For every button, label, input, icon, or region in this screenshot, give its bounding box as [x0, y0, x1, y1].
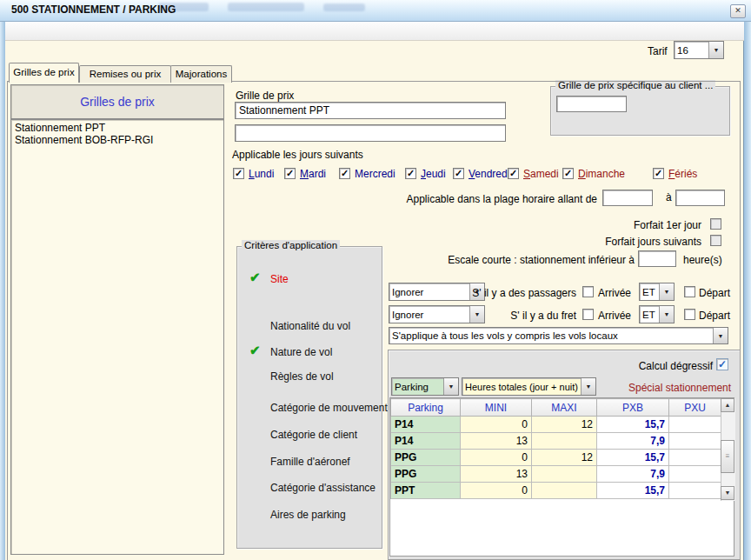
scrollbar-thumb[interactable]: ≡: [721, 440, 734, 473]
cell-pxb[interactable]: 7,9: [597, 433, 669, 450]
chevron-down-icon[interactable]: ▼: [581, 378, 595, 395]
col-header-mini[interactable]: MINI: [461, 399, 532, 417]
grilles-list[interactable]: Stationnement PPT Stationnement BOB-RFP-…: [10, 119, 224, 555]
cell-mini[interactable]: 13: [461, 433, 532, 450]
cell-maxi[interactable]: [532, 466, 597, 483]
cell-mini[interactable]: 0: [461, 483, 532, 499]
tarif-select[interactable]: 16 ▼: [674, 41, 724, 59]
cell-mini[interactable]: 0: [461, 417, 532, 433]
criteria-regles-de-vol[interactable]: Règles de vol: [270, 370, 334, 383]
criteria-nature-de-vol[interactable]: Nature de vol: [270, 346, 332, 358]
cell-maxi[interactable]: [532, 433, 597, 450]
list-item[interactable]: Stationnement BOB-RFP-RGI: [11, 134, 223, 146]
col-header-pxu[interactable]: PXU: [669, 399, 721, 417]
criteria-categorie-assistance[interactable]: Catégorie d'assistance: [270, 482, 376, 494]
tab-remises-ou-prix-nets[interactable]: Remises ou prix nets: [79, 65, 171, 83]
chevron-down-icon[interactable]: ▼: [443, 378, 458, 395]
nature-check-icon: ✔: [249, 344, 261, 357]
cell-pxb[interactable]: 15,7: [597, 450, 669, 466]
table-header-row: Parking MINI MAXI PXB PXU: [391, 399, 721, 417]
table-row: PPT 0 15,7: [391, 483, 721, 499]
col-header-pxb[interactable]: PXB: [597, 399, 669, 417]
cell-parking[interactable]: PPG: [391, 466, 461, 483]
grilles-list-header: Grilles de prix: [10, 84, 224, 119]
cell-pxu[interactable]: [669, 466, 721, 483]
background-window-artifact: [228, 3, 304, 11]
tab-majorations[interactable]: Majorations: [170, 65, 232, 83]
criteria-categorie-client[interactable]: Catégorie de client: [270, 429, 357, 441]
cell-pxb[interactable]: 15,7: [597, 417, 669, 433]
cell-pxb[interactable]: 7,9: [597, 466, 669, 483]
chevron-down-icon[interactable]: ▼: [708, 42, 723, 58]
table-row: PPG 13 7,9: [391, 466, 721, 483]
site-check-icon: ✔: [249, 271, 261, 283]
table-row: P14 0 12 15,7: [391, 417, 721, 433]
window-title: 500 STATIONNEMENT / PARKING: [11, 3, 176, 16]
cell-pxu[interactable]: [669, 483, 721, 499]
cell-parking[interactable]: PPT: [391, 483, 461, 499]
criteria-aires-de-parking[interactable]: Aires de parking: [270, 509, 346, 521]
special-stationnement-label: Spécial stationnement: [628, 382, 731, 394]
cell-mini[interactable]: 0: [461, 450, 532, 466]
criteria-site[interactable]: Site: [270, 273, 289, 285]
tarif-label: Tarif: [648, 45, 668, 57]
criteria-categorie-mouvement[interactable]: Catégorie de mouvement: [270, 402, 388, 414]
cell-parking[interactable]: P14: [391, 433, 461, 450]
cell-parking[interactable]: P14: [391, 417, 461, 433]
list-item[interactable]: Stationnement PPT: [11, 122, 223, 134]
cell-maxi[interactable]: 12: [532, 417, 597, 433]
window-frame-left: [0, 21, 5, 560]
menu-bar: [5, 22, 744, 41]
cell-pxb[interactable]: 15,7: [597, 483, 669, 499]
table-row: P14 13 7,9: [391, 433, 721, 450]
cell-maxi[interactable]: 12: [532, 450, 597, 466]
cell-pxu[interactable]: [669, 433, 721, 450]
scroll-down-icon[interactable]: ▼: [721, 486, 734, 500]
title-bar[interactable]: 500 STATIONNEMENT / PARKING: [0, 0, 751, 22]
criteria-famille-aeronef[interactable]: Famille d'aéronef: [270, 456, 350, 468]
tab-grilles-de-prix[interactable]: Grilles de prix: [9, 63, 79, 83]
criteria-nationalite[interactable]: Nationalité du vol: [270, 320, 350, 332]
window-frame-right: [743, 21, 751, 560]
background-window-artifact: [323, 3, 365, 11]
scroll-up-icon[interactable]: ▲: [721, 398, 734, 412]
parking-pricing-window: 500 STATIONNEMENT / PARKING ✕ Grilles de…: [0, 0, 751, 560]
criteres-groupbox: Critères d'application ✔ Site Nationalit…: [236, 246, 382, 549]
criteres-title: Critères d'application: [242, 240, 340, 250]
price-grid: Parking MINI MAXI PXB PXU P14 0 12 15,7 …: [389, 397, 734, 557]
close-icon: ✕: [734, 6, 741, 15]
cell-maxi[interactable]: [532, 483, 597, 499]
calcul-degressif-checkbox[interactable]: [716, 358, 728, 370]
table-row: PPG 0 12 15,7: [391, 450, 721, 466]
cell-pxu[interactable]: [669, 417, 721, 433]
period-select[interactable]: Heures totales (jour + nuit) au ▼: [462, 377, 596, 396]
calcul-degressif-label: Calcul dégressif: [639, 360, 713, 372]
cell-mini[interactable]: 13: [461, 466, 532, 483]
col-header-parking[interactable]: Parking: [391, 399, 461, 417]
parking-select[interactable]: Parking ▼: [391, 377, 459, 396]
close-button[interactable]: ✕: [730, 4, 746, 18]
col-header-maxi[interactable]: MAXI: [532, 399, 597, 417]
cell-pxu[interactable]: [669, 450, 721, 466]
cell-parking[interactable]: PPG: [391, 450, 461, 466]
